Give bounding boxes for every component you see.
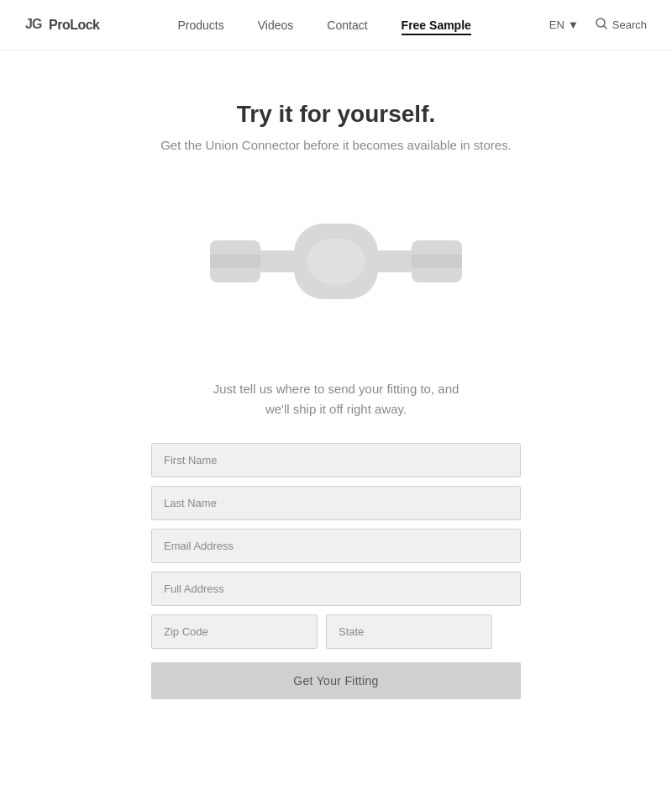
nav-link-free-sample[interactable]: Free Sample bbox=[402, 18, 471, 35]
nav-right: EN ▼ Search bbox=[549, 18, 647, 32]
state-input[interactable] bbox=[326, 614, 492, 649]
last-name-input[interactable] bbox=[151, 486, 521, 520]
svg-rect-9 bbox=[412, 255, 462, 268]
nav-link-products[interactable]: Products bbox=[178, 18, 224, 32]
nav-item-products[interactable]: Products bbox=[178, 18, 224, 33]
main-content: Try it for yourself. Get the Union Conne… bbox=[0, 50, 672, 767]
nav-item-free-sample[interactable]: Free Sample bbox=[402, 18, 471, 33]
form-container: Just tell us where to send your fitting … bbox=[118, 379, 554, 699]
search-label: Search bbox=[612, 18, 647, 31]
nav-item-contact[interactable]: Contact bbox=[327, 18, 367, 33]
address-input[interactable] bbox=[151, 572, 521, 606]
svg-point-10 bbox=[307, 238, 365, 285]
language-selector[interactable]: EN ▼ bbox=[549, 18, 579, 31]
search-icon bbox=[596, 18, 607, 32]
navbar: JG ProLock Products Videos Contact Free … bbox=[0, 0, 672, 50]
page-subtitle: Get the Union Connector before it become… bbox=[160, 138, 512, 152]
svg-line-2 bbox=[604, 26, 606, 29]
logo[interactable]: JG ProLock bbox=[25, 15, 100, 35]
submit-button[interactable]: Get Your Fitting bbox=[151, 662, 521, 699]
product-illustration bbox=[202, 194, 470, 329]
nav-links: Products Videos Contact Free Sample bbox=[178, 18, 471, 33]
svg-rect-8 bbox=[210, 255, 260, 268]
form-description: Just tell us where to send your fitting … bbox=[210, 379, 462, 419]
nav-link-videos[interactable]: Videos bbox=[258, 18, 294, 32]
page-title: Try it for yourself. bbox=[237, 101, 436, 128]
nav-item-videos[interactable]: Videos bbox=[258, 18, 294, 33]
zip-state-row bbox=[151, 614, 521, 649]
zip-code-input[interactable] bbox=[151, 614, 318, 649]
svg-text:JG: JG bbox=[25, 17, 42, 31]
form-fields: Get Your Fitting bbox=[151, 443, 521, 699]
chevron-down-icon: ▼ bbox=[568, 18, 579, 31]
svg-rect-6 bbox=[370, 250, 412, 272]
nav-link-contact[interactable]: Contact bbox=[327, 18, 367, 32]
lang-label: EN bbox=[549, 18, 564, 31]
first-name-input[interactable] bbox=[151, 443, 521, 477]
logo-jg-text: JG bbox=[25, 15, 49, 35]
logo-text: ProLock bbox=[49, 18, 100, 33]
email-input[interactable] bbox=[151, 529, 521, 563]
search-button[interactable]: Search bbox=[596, 18, 647, 32]
